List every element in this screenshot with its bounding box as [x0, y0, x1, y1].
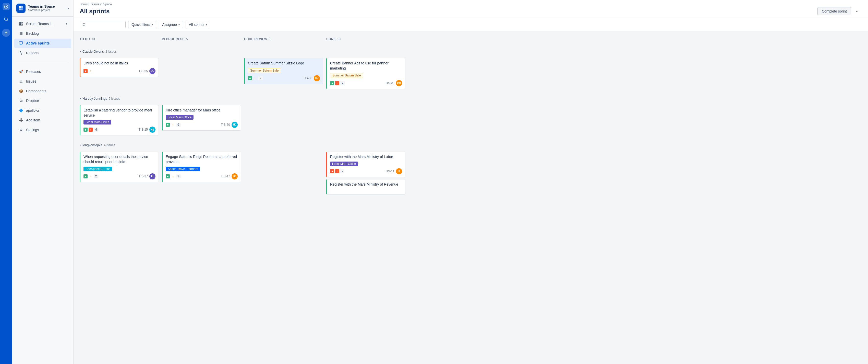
nav-apollo-ui[interactable]: 🔷 apollo-ui: [14, 106, 71, 115]
card-footer: ■ ↑ 9 TIS-50 HJ: [166, 122, 238, 128]
assignee-chevron: ▾: [179, 23, 180, 26]
nav-dropbox[interactable]: 🗂 Dropbox: [14, 96, 71, 105]
nav-reports-label: Reports: [26, 51, 38, 55]
search-input[interactable]: [87, 23, 123, 27]
sidebar-divider: [16, 62, 69, 62]
nav-settings-label: Settings: [26, 128, 39, 132]
sidebar-nav: Scrum: Teams i... ▾ Backlog Active sprin…: [12, 17, 73, 60]
svg-rect-8: [21, 24, 23, 25]
card-tis17[interactable]: Engage Saturn's Rings Resort as a prefer…: [162, 151, 241, 182]
rail-add[interactable]: +: [2, 29, 10, 37]
priority-icon: ↑: [89, 174, 93, 178]
harvey-inprogress-col: Hire office manager for Mars office Loca…: [162, 105, 241, 138]
badge: 2: [258, 76, 263, 80]
nav-issues[interactable]: ⚠ Issues: [14, 77, 71, 86]
iong-done-col: Register with the Mars Ministry of Labor…: [326, 151, 405, 197]
story-icon: ■: [84, 174, 88, 178]
nav-active-sprints[interactable]: Active sprints: [14, 38, 71, 48]
card-id: TIS-15: [138, 128, 148, 131]
card-tis55[interactable]: Links should not be in italics ■ ↑ TIS-5…: [80, 58, 159, 77]
all-sprints-button[interactable]: All sprints ▾: [186, 21, 211, 28]
nav-components[interactable]: 📦 Components: [14, 86, 71, 95]
cassie-codereview-col: Create Saturn Summer Sizzle Logo Summer …: [244, 58, 323, 91]
project-chevron[interactable]: ▾: [67, 6, 69, 10]
badge: 2: [94, 174, 98, 178]
assignee-button[interactable]: Assignee ▾: [159, 21, 183, 28]
harvey-codereview-col: [244, 105, 323, 138]
nav-releases[interactable]: 🚀 Releases: [14, 67, 71, 76]
col-count-done: 10: [337, 37, 341, 41]
rail-search[interactable]: [2, 15, 10, 24]
group-harvey-header[interactable]: ▾ Harvey Jennings 2 issues: [80, 94, 405, 102]
card-tag: SeeSpaceEZ Plus: [84, 167, 112, 171]
badge: 3: [176, 174, 181, 178]
all-sprints-label: All sprints: [189, 23, 205, 27]
svg-point-19: [83, 23, 85, 25]
group-issues-count: 4 issues: [104, 143, 115, 147]
card-title: When requesting user details the service…: [84, 155, 155, 164]
group-name: Harvey Jennings: [83, 96, 107, 101]
column-header-inprogress: IN PROGRESS 5: [162, 35, 241, 44]
card-tag: Space Travel Partners: [166, 167, 200, 171]
nav-reports[interactable]: Reports: [14, 48, 71, 57]
story-icon: ■: [166, 123, 170, 127]
card-footer: ■ ↑ 2 TIS-29 CO: [330, 80, 402, 86]
nav-add-item-label: Add item: [26, 118, 40, 122]
assignee-label: Assignee: [162, 23, 177, 27]
svg-point-1: [4, 18, 7, 21]
group-cassie-header[interactable]: ▾ Cassie Owens 3 issues: [80, 47, 405, 55]
add-item-icon: ➕: [19, 118, 24, 123]
avatar: HJ: [314, 75, 320, 81]
page-title-row: All sprints Complete sprint ···: [80, 7, 862, 18]
col-title-codereview: CODE REVIEW: [244, 37, 267, 41]
card-title: Create Banner Ads to use for partner mar…: [330, 61, 402, 71]
card-icons: ■ ↑: [84, 69, 137, 73]
quick-filters-button[interactable]: Quick filters ▾: [128, 21, 156, 28]
badge: 2: [340, 81, 345, 85]
priority-icon: ↑: [335, 169, 339, 173]
card-tis11[interactable]: Register with the Mars Ministry of Labor…: [326, 151, 405, 177]
card-title: Register with the Mars Ministry of Reven…: [330, 182, 402, 187]
nav-add-item[interactable]: ➕ Add item: [14, 115, 71, 125]
nav-scrum[interactable]: Scrum: Teams i... ▾: [14, 19, 71, 28]
board-icon: [19, 21, 24, 26]
svg-rect-2: [19, 6, 21, 8]
app-logo[interactable]: [3, 3, 10, 10]
column-header-codereview: CODE REVIEW 3: [244, 35, 323, 44]
card-tis50[interactable]: Hire office manager for Mars office Loca…: [162, 105, 241, 131]
project-type: Software project: [28, 8, 65, 12]
story-icon: ■: [166, 174, 170, 178]
group-toggle: ▾: [80, 97, 81, 100]
col-count-inprogress: 5: [186, 37, 188, 41]
avatar: HJ: [149, 127, 155, 133]
card-tis37[interactable]: When requesting user details the service…: [80, 151, 159, 182]
avatar: CO: [149, 68, 155, 74]
iong-todo-col: When requesting user details the service…: [80, 151, 159, 197]
nav-backlog[interactable]: Backlog: [14, 29, 71, 38]
complete-sprint-button[interactable]: Complete sprint: [817, 7, 851, 15]
col-count-todo: 13: [91, 37, 95, 41]
column-header-done: DONE 10: [326, 35, 405, 44]
card-tag: Local Mars Office: [330, 162, 358, 166]
card-mars-revenue[interactable]: Register with the Mars Ministry of Reven…: [326, 179, 405, 195]
nav-settings[interactable]: ⚙ Settings: [14, 125, 71, 135]
issues-icon: ⚠: [19, 79, 24, 84]
card-tag: Local Mars Office: [166, 115, 193, 120]
avatar: HJ: [231, 122, 238, 128]
card-id: TIS-37: [138, 175, 148, 178]
card-tis30[interactable]: Create Saturn Summer Sizzle Logo Summer …: [244, 58, 323, 84]
group-iong-header[interactable]: ▾ iongkowidjaja 4 issues: [80, 141, 405, 148]
card-id: TIS-50: [221, 123, 230, 127]
card-id: TIS-55: [138, 69, 148, 73]
avatar: IK: [149, 173, 155, 179]
card-tis29[interactable]: Create Banner Ads to use for partner mar…: [326, 58, 405, 89]
left-rail: +: [0, 0, 12, 364]
card-tis15[interactable]: Establish a catering vendor to provide m…: [80, 105, 159, 136]
more-options-button[interactable]: ···: [854, 7, 862, 15]
search-box[interactable]: [80, 21, 126, 28]
card-icons: ■ ↑ 2: [330, 81, 384, 85]
column-header-todo: TO DO 13: [80, 35, 159, 44]
project-icon: [16, 4, 26, 13]
project-header: Teams in Space Software project ▾: [12, 0, 73, 17]
story-icon: ■: [84, 128, 88, 132]
